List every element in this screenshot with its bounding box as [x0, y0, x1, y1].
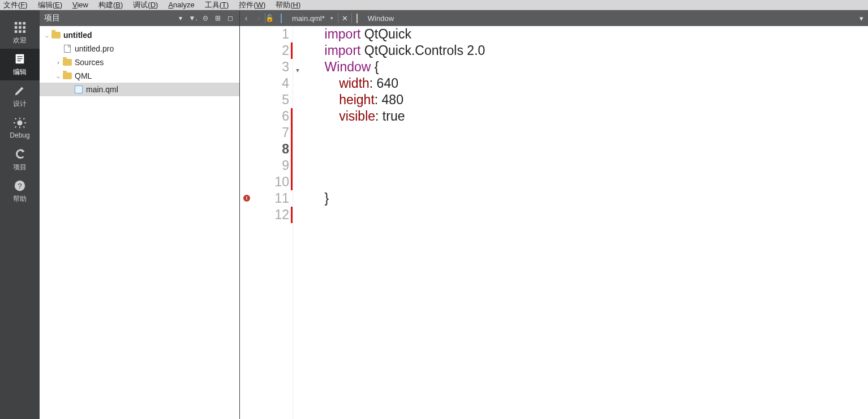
tree-node-main.qml[interactable]: main.qml	[40, 83, 239, 96]
menu-工具(T)[interactable]: 工具(T)	[205, 0, 229, 10]
line-number[interactable]: 4	[240, 75, 293, 92]
project-panel-header: 项目 ▾ ▼. ⊝ ⊞ ◻	[40, 10, 239, 26]
line-number[interactable]: 9	[240, 157, 293, 174]
svg-point-13	[17, 120, 22, 125]
svg-rect-3	[15, 26, 18, 29]
mode-projects[interactable]: 项目	[0, 144, 40, 176]
line-number[interactable]: 10	[240, 174, 293, 190]
file-tab-label: main.qml*	[292, 14, 325, 23]
code-line[interactable]	[310, 207, 868, 223]
folder-icon	[62, 71, 72, 80]
menu-Analyze[interactable]: Analyze	[168, 1, 194, 9]
help-icon: ?	[14, 179, 26, 192]
line-number[interactable]: 5	[240, 92, 293, 108]
element-tab-label: Window	[368, 14, 394, 23]
tree-arrow[interactable]: ›	[54, 59, 62, 66]
nav-back-button[interactable]: ‹	[240, 10, 252, 26]
close-panel-icon[interactable]: ◻	[226, 14, 235, 23]
code-line[interactable]	[310, 174, 868, 190]
menu-帮助(H)[interactable]: 帮助(H)	[276, 0, 300, 10]
nav-forward-button[interactable]: ›	[252, 10, 265, 26]
menu-View[interactable]: View	[72, 1, 88, 9]
element-tab[interactable]: Window	[352, 10, 860, 26]
tree-arrow[interactable]: ⌵	[54, 73, 62, 79]
menubar: 文件(F)编辑(E)View构建(B)调试(D)Analyze工具(T)控件(W…	[0, 0, 868, 10]
split-icon[interactable]: ⊞	[213, 14, 222, 23]
line-number[interactable]: 12	[240, 207, 293, 223]
link-icon[interactable]: ⊝	[201, 14, 210, 23]
svg-rect-12	[17, 60, 20, 61]
projects-icon	[14, 148, 26, 160]
chevron-down-icon[interactable]: ▾	[330, 15, 333, 21]
code-line[interactable]: width: 640	[310, 75, 868, 92]
menu-调试(D)[interactable]: 调试(D)	[133, 0, 158, 10]
svg-rect-1	[19, 22, 22, 24]
tree-label: untitled	[63, 31, 92, 40]
mode-label: 项目	[13, 163, 27, 172]
tree-node-untitled[interactable]: ⌵untitled	[40, 28, 239, 42]
edit-icon	[14, 53, 26, 65]
tree-arrow[interactable]: ⌵	[43, 32, 51, 39]
file-tab[interactable]: main.qml* ▾	[276, 10, 338, 26]
filter-icon[interactable]: ▼.	[188, 14, 197, 23]
code-line[interactable]: import QtQuick	[310, 26, 868, 42]
menu-控件(W)[interactable]: 控件(W)	[239, 0, 265, 10]
code-line[interactable]: }	[310, 190, 868, 207]
window-icon	[356, 14, 364, 22]
qml-file-icon	[281, 14, 289, 22]
line-number[interactable]: 11!	[240, 190, 293, 207]
code-line[interactable]: import QtQuick.Controls 2.0	[310, 42, 868, 59]
code-line[interactable]	[310, 125, 868, 141]
line-number[interactable]: 1	[240, 26, 293, 42]
tree-node-QML[interactable]: ⌵QML	[40, 69, 239, 83]
svg-text:?: ?	[18, 181, 22, 190]
mode-label: 设计	[13, 99, 27, 109]
tree-label: main.qml	[86, 85, 118, 94]
code-line[interactable]: Window {	[310, 59, 868, 75]
welcome-icon	[14, 21, 26, 33]
code-line[interactable]: visible: true	[310, 108, 868, 125]
tree-label: Sources	[75, 58, 104, 67]
mode-bar: 欢迎编辑设计Debug项目?帮助	[0, 10, 40, 419]
code-line[interactable]	[310, 141, 868, 157]
lock-icon[interactable]: 🔓	[265, 14, 274, 22]
mode-label: 欢迎	[13, 36, 27, 45]
code-lines[interactable]: import QtQuick import QtQuick.Controls 2…	[293, 26, 868, 419]
svg-rect-8	[23, 30, 26, 33]
code-editor[interactable]: 123▾4567891011!12 import QtQuick import …	[240, 26, 868, 419]
mode-edit[interactable]: 编辑	[0, 49, 40, 80]
line-number[interactable]: 2	[240, 42, 293, 59]
mode-welcome[interactable]: 欢迎	[0, 17, 40, 49]
editor-tabbar: ‹ › 🔓 main.qml* ▾ ✕ Window ▾	[240, 10, 868, 26]
tree-node-Sources[interactable]: ›Sources	[40, 55, 239, 69]
close-tab-button[interactable]: ✕	[338, 14, 351, 23]
line-number[interactable]: 8	[240, 141, 293, 157]
error-icon[interactable]: !	[243, 195, 250, 202]
mode-debug[interactable]: Debug	[0, 112, 40, 144]
qml-icon	[74, 85, 84, 94]
project-panel: 项目 ▾ ▼. ⊝ ⊞ ◻ ⌵untitleduntitled.pro›Sour…	[40, 10, 240, 419]
fold-icon[interactable]: ▾	[296, 62, 299, 79]
mode-label: Debug	[10, 131, 29, 139]
tree-node-untitled.pro[interactable]: untitled.pro	[40, 42, 239, 55]
mode-label: 编辑	[13, 67, 27, 77]
line-number[interactable]: 6	[240, 108, 293, 125]
menu-文件(F)[interactable]: 文件(F)	[3, 0, 28, 10]
line-number[interactable]: 7	[240, 125, 293, 141]
line-number[interactable]: 3▾	[240, 59, 293, 75]
svg-rect-11	[17, 58, 22, 59]
svg-rect-10	[17, 56, 22, 57]
code-line[interactable]: height: 480	[310, 92, 868, 108]
svg-rect-0	[15, 22, 18, 24]
mode-design[interactable]: 设计	[0, 80, 40, 112]
code-line[interactable]	[310, 157, 868, 174]
project-panel-title: 项目	[44, 13, 60, 23]
project-tree[interactable]: ⌵untitleduntitled.pro›Sources⌵QMLmain.qm…	[40, 26, 239, 419]
menu-编辑(E)[interactable]: 编辑(E)	[38, 0, 62, 10]
svg-rect-7	[19, 30, 22, 33]
chevron-down-icon[interactable]: ▾	[860, 14, 868, 23]
svg-rect-2	[23, 22, 26, 24]
mode-help[interactable]: ?帮助	[0, 176, 40, 207]
menu-构建(B)[interactable]: 构建(B)	[98, 0, 123, 10]
dropdown-icon[interactable]: ▾	[176, 14, 185, 23]
